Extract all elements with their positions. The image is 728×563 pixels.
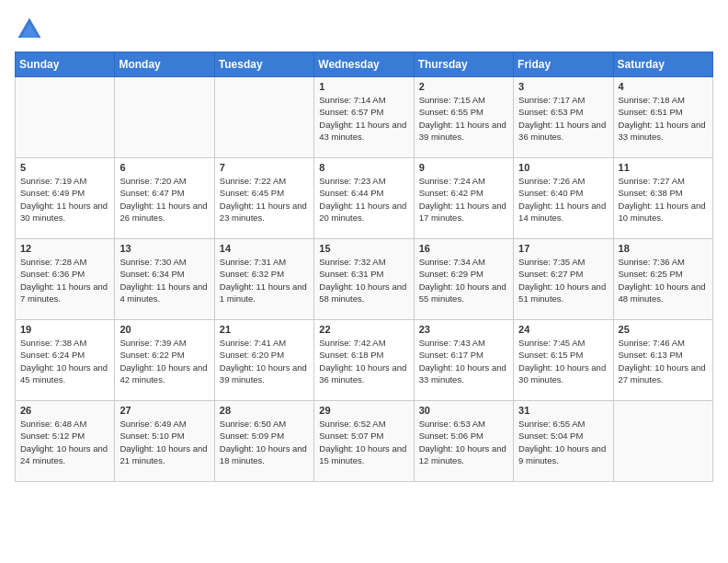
calendar-cell: 14Sunrise: 7:31 AM Sunset: 6:32 PM Dayli… <box>214 239 313 320</box>
calendar-cell: 4Sunrise: 7:18 AM Sunset: 6:51 PM Daylig… <box>613 77 712 158</box>
calendar-cell: 25Sunrise: 7:46 AM Sunset: 6:13 PM Dayli… <box>613 320 712 401</box>
calendar-cell: 22Sunrise: 7:42 AM Sunset: 6:18 PM Dayli… <box>314 320 414 401</box>
cell-details: Sunrise: 7:41 AM Sunset: 6:20 PM Dayligh… <box>220 337 309 385</box>
calendar-table: SundayMondayTuesdayWednesdayThursdayFrid… <box>15 52 713 482</box>
day-header-sunday: Sunday <box>16 52 115 77</box>
day-number: 30 <box>419 405 508 416</box>
calendar-cell: 11Sunrise: 7:27 AM Sunset: 6:38 PM Dayli… <box>613 158 712 239</box>
day-number: 14 <box>220 243 309 254</box>
cell-details: Sunrise: 7:30 AM Sunset: 6:34 PM Dayligh… <box>119 256 209 304</box>
day-number: 13 <box>119 243 209 254</box>
day-number: 8 <box>319 162 408 173</box>
day-number: 12 <box>20 243 109 254</box>
day-number: 3 <box>518 81 608 92</box>
week-row-2: 5Sunrise: 7:19 AM Sunset: 6:49 PM Daylig… <box>16 158 713 239</box>
cell-details: Sunrise: 7:38 AM Sunset: 6:24 PM Dayligh… <box>20 337 109 385</box>
cell-details: Sunrise: 7:15 AM Sunset: 6:55 PM Dayligh… <box>419 94 508 143</box>
calendar-cell: 24Sunrise: 7:45 AM Sunset: 6:15 PM Dayli… <box>514 320 613 401</box>
cell-details: Sunrise: 7:23 AM Sunset: 6:44 PM Dayligh… <box>319 175 408 224</box>
day-number: 16 <box>419 243 508 254</box>
cell-details: Sunrise: 7:24 AM Sunset: 6:42 PM Dayligh… <box>419 175 508 224</box>
day-number: 6 <box>119 162 209 173</box>
day-header-tuesday: Tuesday <box>214 52 313 77</box>
day-header-friday: Friday <box>514 52 613 77</box>
cell-details: Sunrise: 7:35 AM Sunset: 6:27 PM Dayligh… <box>518 256 608 304</box>
calendar-cell: 19Sunrise: 7:38 AM Sunset: 6:24 PM Dayli… <box>16 320 115 401</box>
day-number: 7 <box>220 162 309 173</box>
cell-details: Sunrise: 7:36 AM Sunset: 6:25 PM Dayligh… <box>619 256 708 304</box>
calendar-body: 1Sunrise: 7:14 AM Sunset: 6:57 PM Daylig… <box>16 77 713 482</box>
cell-details: Sunrise: 7:18 AM Sunset: 6:51 PM Dayligh… <box>619 94 708 143</box>
day-number: 5 <box>20 162 109 173</box>
cell-details: Sunrise: 7:17 AM Sunset: 6:53 PM Dayligh… <box>518 94 608 143</box>
cell-details: Sunrise: 7:39 AM Sunset: 6:22 PM Dayligh… <box>119 337 209 385</box>
calendar-cell <box>613 401 712 482</box>
day-number: 22 <box>319 324 408 335</box>
logo <box>15 15 48 44</box>
cell-details: Sunrise: 7:20 AM Sunset: 6:47 PM Dayligh… <box>119 175 209 224</box>
calendar-cell: 9Sunrise: 7:24 AM Sunset: 6:42 PM Daylig… <box>414 158 513 239</box>
calendar-cell: 7Sunrise: 7:22 AM Sunset: 6:45 PM Daylig… <box>214 158 313 239</box>
week-row-5: 26Sunrise: 6:48 AM Sunset: 5:12 PM Dayli… <box>16 401 713 482</box>
day-number: 20 <box>119 324 209 335</box>
day-number: 25 <box>619 324 708 335</box>
day-number: 10 <box>518 162 608 173</box>
calendar-header: SundayMondayTuesdayWednesdayThursdayFrid… <box>16 52 713 77</box>
day-number: 31 <box>518 405 608 416</box>
calendar-cell: 27Sunrise: 6:49 AM Sunset: 5:10 PM Dayli… <box>115 401 214 482</box>
day-number: 21 <box>220 324 309 335</box>
day-number: 18 <box>619 243 708 254</box>
cell-details: Sunrise: 7:42 AM Sunset: 6:18 PM Dayligh… <box>319 337 408 385</box>
cell-details: Sunrise: 6:53 AM Sunset: 5:06 PM Dayligh… <box>419 418 508 466</box>
calendar-cell: 28Sunrise: 6:50 AM Sunset: 5:09 PM Dayli… <box>214 401 313 482</box>
cell-details: Sunrise: 7:27 AM Sunset: 6:38 PM Dayligh… <box>619 175 708 224</box>
calendar-cell: 23Sunrise: 7:43 AM Sunset: 6:17 PM Dayli… <box>414 320 513 401</box>
cell-details: Sunrise: 7:34 AM Sunset: 6:29 PM Dayligh… <box>419 256 508 304</box>
calendar-cell: 30Sunrise: 6:53 AM Sunset: 5:06 PM Dayli… <box>414 401 513 482</box>
calendar-cell: 5Sunrise: 7:19 AM Sunset: 6:49 PM Daylig… <box>16 158 115 239</box>
page-header <box>15 15 713 44</box>
day-number: 23 <box>419 324 508 335</box>
calendar-cell: 10Sunrise: 7:26 AM Sunset: 6:40 PM Dayli… <box>514 158 613 239</box>
calendar-cell: 15Sunrise: 7:32 AM Sunset: 6:31 PM Dayli… <box>314 239 414 320</box>
calendar-cell: 17Sunrise: 7:35 AM Sunset: 6:27 PM Dayli… <box>514 239 613 320</box>
header-row: SundayMondayTuesdayWednesdayThursdayFrid… <box>16 52 713 77</box>
cell-details: Sunrise: 7:26 AM Sunset: 6:40 PM Dayligh… <box>518 175 608 224</box>
week-row-4: 19Sunrise: 7:38 AM Sunset: 6:24 PM Dayli… <box>16 320 713 401</box>
cell-details: Sunrise: 7:46 AM Sunset: 6:13 PM Dayligh… <box>619 337 708 385</box>
cell-details: Sunrise: 7:31 AM Sunset: 6:32 PM Dayligh… <box>220 256 309 304</box>
cell-details: Sunrise: 6:49 AM Sunset: 5:10 PM Dayligh… <box>119 418 209 466</box>
calendar-cell: 3Sunrise: 7:17 AM Sunset: 6:53 PM Daylig… <box>514 77 613 158</box>
calendar-cell: 31Sunrise: 6:55 AM Sunset: 5:04 PM Dayli… <box>514 401 613 482</box>
week-row-1: 1Sunrise: 7:14 AM Sunset: 6:57 PM Daylig… <box>16 77 713 158</box>
cell-details: Sunrise: 7:43 AM Sunset: 6:17 PM Dayligh… <box>419 337 508 385</box>
day-number: 28 <box>220 405 309 416</box>
day-header-saturday: Saturday <box>613 52 712 77</box>
calendar-cell: 1Sunrise: 7:14 AM Sunset: 6:57 PM Daylig… <box>314 77 414 158</box>
calendar-cell <box>16 77 115 158</box>
cell-details: Sunrise: 6:48 AM Sunset: 5:12 PM Dayligh… <box>20 418 109 466</box>
calendar-cell <box>214 77 313 158</box>
cell-details: Sunrise: 6:52 AM Sunset: 5:07 PM Dayligh… <box>319 418 408 466</box>
calendar-cell: 6Sunrise: 7:20 AM Sunset: 6:47 PM Daylig… <box>115 158 214 239</box>
calendar-cell: 18Sunrise: 7:36 AM Sunset: 6:25 PM Dayli… <box>613 239 712 320</box>
day-number: 26 <box>20 405 109 416</box>
cell-details: Sunrise: 7:28 AM Sunset: 6:36 PM Dayligh… <box>20 256 109 304</box>
day-number: 9 <box>419 162 508 173</box>
day-number: 17 <box>518 243 608 254</box>
day-number: 27 <box>119 405 209 416</box>
calendar-cell: 8Sunrise: 7:23 AM Sunset: 6:44 PM Daylig… <box>314 158 414 239</box>
week-row-3: 12Sunrise: 7:28 AM Sunset: 6:36 PM Dayli… <box>16 239 713 320</box>
cell-details: Sunrise: 7:19 AM Sunset: 6:49 PM Dayligh… <box>20 175 109 224</box>
cell-details: Sunrise: 7:22 AM Sunset: 6:45 PM Dayligh… <box>220 175 309 224</box>
day-number: 2 <box>419 81 508 92</box>
day-number: 11 <box>619 162 708 173</box>
cell-details: Sunrise: 7:32 AM Sunset: 6:31 PM Dayligh… <box>319 256 408 304</box>
calendar-cell: 21Sunrise: 7:41 AM Sunset: 6:20 PM Dayli… <box>214 320 313 401</box>
calendar-cell: 16Sunrise: 7:34 AM Sunset: 6:29 PM Dayli… <box>414 239 513 320</box>
day-number: 29 <box>319 405 408 416</box>
calendar-cell: 26Sunrise: 6:48 AM Sunset: 5:12 PM Dayli… <box>16 401 115 482</box>
calendar-cell <box>115 77 214 158</box>
day-header-wednesday: Wednesday <box>314 52 414 77</box>
calendar-cell: 12Sunrise: 7:28 AM Sunset: 6:36 PM Dayli… <box>16 239 115 320</box>
